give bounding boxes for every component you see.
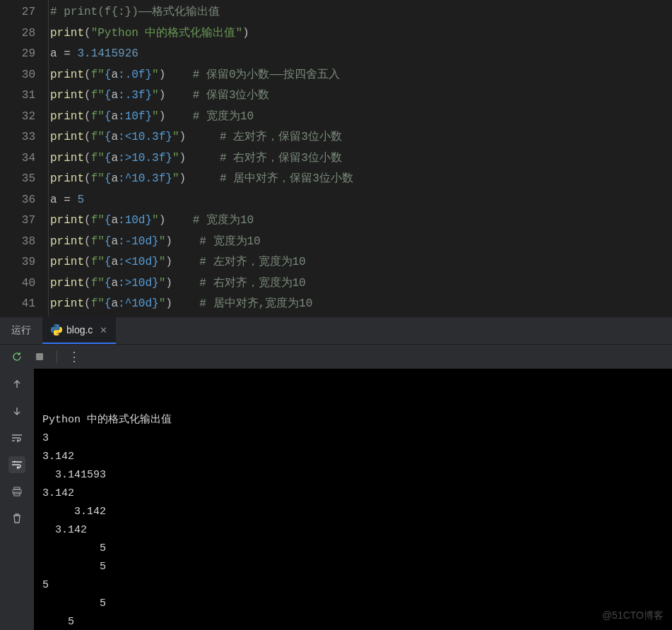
code-line[interactable]: print(f"{a:-10d}") # 宽度为10 [50,232,672,253]
code-line[interactable]: print(f"{a:10d}") # 宽度为10 [50,210,672,232]
print-button[interactable] [8,483,25,500]
scroll-up-button[interactable] [8,376,25,393]
rerun-button[interactable] [10,350,24,364]
console-line: 3.142 [42,485,664,503]
line-number: 39 [0,252,35,273]
soft-wrap-button[interactable] [8,429,25,446]
console-line: 5 [42,576,664,595]
more-actions-button[interactable]: ⋮ [67,350,81,364]
watermark: @51CTO博客 [602,606,664,624]
code-line[interactable]: a = 3.1415926 [50,44,672,65]
code-line[interactable]: print(f"{a:.3f}") # 保留3位小数 [50,85,672,107]
delete-button[interactable] [8,510,25,527]
output-area: Python 中的格式化输出值33.142 3.1415933.142 3.14… [0,369,672,630]
code-line[interactable]: print(f"{a:<10.3f}") # 左对齐，保留3位小数 [50,127,672,148]
close-icon[interactable]: ✕ [100,325,107,335]
line-number: 40 [0,273,35,295]
scroll-down-button[interactable] [8,403,25,420]
line-number: 33 [0,127,35,148]
python-icon [51,324,62,335]
code-editor[interactable]: 272829303132333435363738394041 # print(f… [0,0,672,316]
code-line[interactable]: # print(f{:})——格式化输出值 [50,2,672,23]
code-line[interactable]: print(f"{a:10f}") # 宽度为10 [50,107,672,128]
code-line[interactable]: print(f"{a:>10.3f}") # 右对齐，保留3位小数 [50,148,672,170]
code-line[interactable]: print("Python 中的格式化输出值") [50,23,672,44]
line-number: 32 [0,107,35,128]
code-line[interactable]: a = 5 [50,190,672,211]
console-line: 3.141593 [42,466,664,485]
console-output[interactable]: Python 中的格式化输出值33.142 3.1415933.142 3.14… [34,369,672,630]
line-number: 31 [0,85,35,107]
run-panel-label[interactable]: 运行 [0,324,42,337]
run-panel-header: 运行 blog.c ✕ [0,316,672,345]
code-line[interactable]: print(f"{a:.0f}") # 保留0为小数——按四舍五入 [50,65,672,86]
code-line[interactable]: print(f"{a:<10d}") # 左对齐，宽度为10 [50,252,672,273]
console-line: 3.142 [42,448,664,466]
line-number: 41 [0,294,35,315]
stop-button[interactable] [33,350,47,364]
line-number: 34 [0,148,35,170]
console-line: Python 中的格式化输出值 [42,411,664,429]
svg-rect-0 [36,353,43,360]
code-content[interactable]: # print(f{:})——格式化输出值print("Python 中的格式化… [48,0,672,316]
toolbar-separator [57,350,57,363]
run-tab-label: blog.c [66,324,93,335]
code-line[interactable]: print(f"{a:^10.3f}") # 居中对齐，保留3位小数 [50,169,672,190]
console-line: 5 [42,595,664,613]
line-number: 37 [0,210,35,232]
line-number: 35 [0,169,35,190]
console-line: 3.142 [42,521,664,540]
line-number-gutter: 272829303132333435363738394041 [0,0,48,316]
console-line: 3.142 [42,503,664,521]
line-number: 36 [0,190,35,211]
code-line[interactable]: print(f"{a:^10d}") # 居中对齐,宽度为10 [50,294,672,315]
run-toolbar: ⋮ [0,345,672,369]
console-line: 5 [42,540,664,558]
code-line[interactable]: print(f"{a:>10d}") # 右对齐，宽度为10 [50,273,672,295]
console-line: 5 [42,558,664,576]
console-line: 3 [42,429,664,448]
console-sidebar [0,369,34,630]
line-number: 29 [0,44,35,65]
console-line: 5 [42,613,664,630]
line-number: 30 [0,65,35,86]
line-number: 27 [0,2,35,23]
line-number: 38 [0,232,35,253]
scroll-to-end-button[interactable] [8,456,25,473]
line-number: 28 [0,23,35,44]
run-tab-active[interactable]: blog.c ✕ [42,317,116,344]
